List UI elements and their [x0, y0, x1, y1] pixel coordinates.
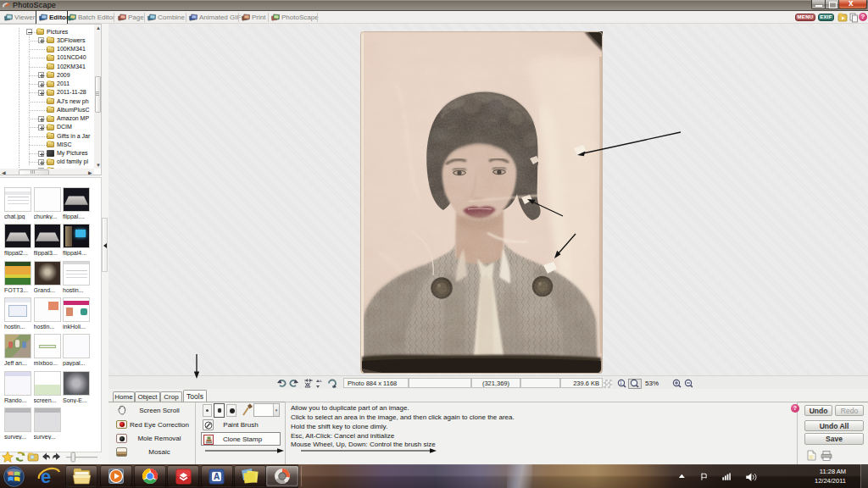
svg-text:A: A	[214, 472, 220, 481]
